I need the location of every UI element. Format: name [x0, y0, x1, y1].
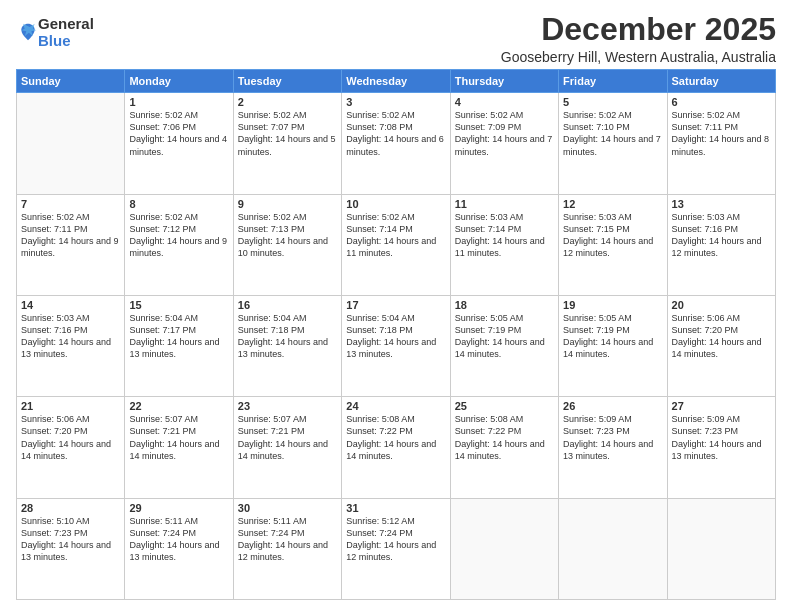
day-info: Sunrise: 5:02 AMSunset: 7:14 PMDaylight:…	[346, 211, 445, 260]
calendar-week-row: 1Sunrise: 5:02 AMSunset: 7:06 PMDaylight…	[17, 93, 776, 194]
day-info: Sunrise: 5:03 AMSunset: 7:14 PMDaylight:…	[455, 211, 554, 260]
day-number: 8	[129, 198, 228, 210]
table-row: 7Sunrise: 5:02 AMSunset: 7:11 PMDaylight…	[17, 194, 125, 295]
day-number: 1	[129, 96, 228, 108]
day-info: Sunrise: 5:08 AMSunset: 7:22 PMDaylight:…	[455, 413, 554, 462]
calendar-week-row: 7Sunrise: 5:02 AMSunset: 7:11 PMDaylight…	[17, 194, 776, 295]
col-thursday: Thursday	[450, 70, 558, 93]
day-number: 24	[346, 400, 445, 412]
table-row: 29Sunrise: 5:11 AMSunset: 7:24 PMDayligh…	[125, 498, 233, 599]
location: Gooseberry Hill, Western Australia, Aust…	[501, 49, 776, 65]
table-row: 26Sunrise: 5:09 AMSunset: 7:23 PMDayligh…	[559, 397, 667, 498]
day-info: Sunrise: 5:05 AMSunset: 7:19 PMDaylight:…	[563, 312, 662, 361]
day-info: Sunrise: 5:11 AMSunset: 7:24 PMDaylight:…	[238, 515, 337, 564]
table-row: 27Sunrise: 5:09 AMSunset: 7:23 PMDayligh…	[667, 397, 775, 498]
table-row: 15Sunrise: 5:04 AMSunset: 7:17 PMDayligh…	[125, 295, 233, 396]
table-row: 11Sunrise: 5:03 AMSunset: 7:14 PMDayligh…	[450, 194, 558, 295]
day-info: Sunrise: 5:06 AMSunset: 7:20 PMDaylight:…	[672, 312, 771, 361]
table-row: 22Sunrise: 5:07 AMSunset: 7:21 PMDayligh…	[125, 397, 233, 498]
day-number: 17	[346, 299, 445, 311]
table-row: 2Sunrise: 5:02 AMSunset: 7:07 PMDaylight…	[233, 93, 341, 194]
logo-icon	[18, 22, 38, 42]
day-info: Sunrise: 5:08 AMSunset: 7:22 PMDaylight:…	[346, 413, 445, 462]
day-number: 4	[455, 96, 554, 108]
logo-general-text: General	[38, 16, 94, 33]
day-info: Sunrise: 5:03 AMSunset: 7:16 PMDaylight:…	[672, 211, 771, 260]
calendar-week-row: 21Sunrise: 5:06 AMSunset: 7:20 PMDayligh…	[17, 397, 776, 498]
day-number: 31	[346, 502, 445, 514]
day-number: 18	[455, 299, 554, 311]
day-number: 12	[563, 198, 662, 210]
day-number: 28	[21, 502, 120, 514]
day-number: 26	[563, 400, 662, 412]
col-monday: Monday	[125, 70, 233, 93]
table-row: 10Sunrise: 5:02 AMSunset: 7:14 PMDayligh…	[342, 194, 450, 295]
calendar-table: Sunday Monday Tuesday Wednesday Thursday…	[16, 69, 776, 600]
table-row: 14Sunrise: 5:03 AMSunset: 7:16 PMDayligh…	[17, 295, 125, 396]
col-tuesday: Tuesday	[233, 70, 341, 93]
table-row: 28Sunrise: 5:10 AMSunset: 7:23 PMDayligh…	[17, 498, 125, 599]
table-row: 4Sunrise: 5:02 AMSunset: 7:09 PMDaylight…	[450, 93, 558, 194]
table-row: 6Sunrise: 5:02 AMSunset: 7:11 PMDaylight…	[667, 93, 775, 194]
day-info: Sunrise: 5:02 AMSunset: 7:07 PMDaylight:…	[238, 109, 337, 158]
day-info: Sunrise: 5:04 AMSunset: 7:17 PMDaylight:…	[129, 312, 228, 361]
table-row	[667, 498, 775, 599]
day-info: Sunrise: 5:05 AMSunset: 7:19 PMDaylight:…	[455, 312, 554, 361]
day-number: 16	[238, 299, 337, 311]
table-row: 16Sunrise: 5:04 AMSunset: 7:18 PMDayligh…	[233, 295, 341, 396]
day-info: Sunrise: 5:02 AMSunset: 7:13 PMDaylight:…	[238, 211, 337, 260]
col-wednesday: Wednesday	[342, 70, 450, 93]
day-number: 25	[455, 400, 554, 412]
day-number: 3	[346, 96, 445, 108]
day-number: 21	[21, 400, 120, 412]
day-info: Sunrise: 5:02 AMSunset: 7:08 PMDaylight:…	[346, 109, 445, 158]
day-info: Sunrise: 5:09 AMSunset: 7:23 PMDaylight:…	[672, 413, 771, 462]
day-info: Sunrise: 5:02 AMSunset: 7:11 PMDaylight:…	[21, 211, 120, 260]
day-number: 30	[238, 502, 337, 514]
table-row: 17Sunrise: 5:04 AMSunset: 7:18 PMDayligh…	[342, 295, 450, 396]
table-row: 9Sunrise: 5:02 AMSunset: 7:13 PMDaylight…	[233, 194, 341, 295]
day-number: 9	[238, 198, 337, 210]
day-info: Sunrise: 5:06 AMSunset: 7:20 PMDaylight:…	[21, 413, 120, 462]
logo-text: General Blue	[38, 16, 94, 49]
day-number: 11	[455, 198, 554, 210]
table-row: 18Sunrise: 5:05 AMSunset: 7:19 PMDayligh…	[450, 295, 558, 396]
day-number: 22	[129, 400, 228, 412]
day-info: Sunrise: 5:02 AMSunset: 7:12 PMDaylight:…	[129, 211, 228, 260]
month-title: December 2025	[501, 12, 776, 47]
day-number: 2	[238, 96, 337, 108]
table-row: 21Sunrise: 5:06 AMSunset: 7:20 PMDayligh…	[17, 397, 125, 498]
logo-blue-text: Blue	[38, 33, 94, 50]
day-number: 19	[563, 299, 662, 311]
col-saturday: Saturday	[667, 70, 775, 93]
calendar-header-row: Sunday Monday Tuesday Wednesday Thursday…	[17, 70, 776, 93]
day-info: Sunrise: 5:04 AMSunset: 7:18 PMDaylight:…	[346, 312, 445, 361]
table-row: 3Sunrise: 5:02 AMSunset: 7:08 PMDaylight…	[342, 93, 450, 194]
day-number: 10	[346, 198, 445, 210]
day-info: Sunrise: 5:07 AMSunset: 7:21 PMDaylight:…	[129, 413, 228, 462]
title-area: December 2025 Gooseberry Hill, Western A…	[501, 12, 776, 65]
table-row: 20Sunrise: 5:06 AMSunset: 7:20 PMDayligh…	[667, 295, 775, 396]
page: General Blue December 2025 Gooseberry Hi…	[0, 0, 792, 612]
day-number: 13	[672, 198, 771, 210]
table-row: 19Sunrise: 5:05 AMSunset: 7:19 PMDayligh…	[559, 295, 667, 396]
calendar-week-row: 28Sunrise: 5:10 AMSunset: 7:23 PMDayligh…	[17, 498, 776, 599]
col-friday: Friday	[559, 70, 667, 93]
day-info: Sunrise: 5:10 AMSunset: 7:23 PMDaylight:…	[21, 515, 120, 564]
day-info: Sunrise: 5:04 AMSunset: 7:18 PMDaylight:…	[238, 312, 337, 361]
day-info: Sunrise: 5:07 AMSunset: 7:21 PMDaylight:…	[238, 413, 337, 462]
day-number: 27	[672, 400, 771, 412]
table-row: 12Sunrise: 5:03 AMSunset: 7:15 PMDayligh…	[559, 194, 667, 295]
day-info: Sunrise: 5:12 AMSunset: 7:24 PMDaylight:…	[346, 515, 445, 564]
table-row: 5Sunrise: 5:02 AMSunset: 7:10 PMDaylight…	[559, 93, 667, 194]
day-info: Sunrise: 5:02 AMSunset: 7:10 PMDaylight:…	[563, 109, 662, 158]
day-info: Sunrise: 5:02 AMSunset: 7:11 PMDaylight:…	[672, 109, 771, 158]
table-row: 23Sunrise: 5:07 AMSunset: 7:21 PMDayligh…	[233, 397, 341, 498]
table-row: 13Sunrise: 5:03 AMSunset: 7:16 PMDayligh…	[667, 194, 775, 295]
table-row: 24Sunrise: 5:08 AMSunset: 7:22 PMDayligh…	[342, 397, 450, 498]
day-info: Sunrise: 5:09 AMSunset: 7:23 PMDaylight:…	[563, 413, 662, 462]
day-info: Sunrise: 5:03 AMSunset: 7:15 PMDaylight:…	[563, 211, 662, 260]
col-sunday: Sunday	[17, 70, 125, 93]
table-row: 1Sunrise: 5:02 AMSunset: 7:06 PMDaylight…	[125, 93, 233, 194]
day-number: 6	[672, 96, 771, 108]
